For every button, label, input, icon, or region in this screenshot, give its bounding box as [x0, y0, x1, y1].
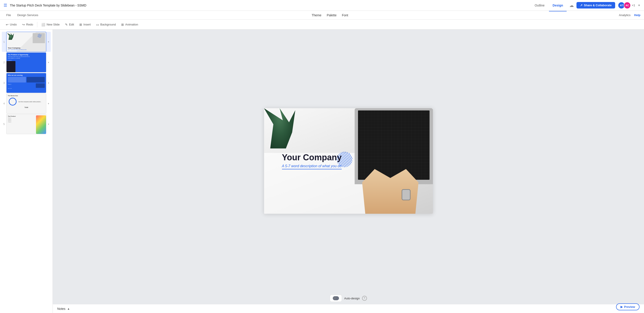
thumb-2-p1: What pain point have you discovered the … — [8, 56, 45, 57]
new-slide-icon: ⬜ — [41, 23, 45, 26]
thumb-3-row2: Point 1 — [8, 84, 45, 88]
auto-design-bar: Off Auto-design ? — [53, 292, 644, 304]
thumb-4-tam: TAM — [8, 106, 45, 108]
slide-thumb-3: Who we are serving Point 1 ship scale — [6, 73, 46, 93]
slide-num-4: 4 — [2, 94, 6, 114]
redo-label: Redo — [26, 23, 33, 26]
undo-icon: ↩ — [6, 23, 8, 26]
slide-description-text[interactable]: A 5-7 word description of what you do — [282, 164, 342, 170]
thumb-5-img — [36, 115, 46, 134]
tab-design[interactable]: Design — [549, 2, 567, 8]
edit-icon: ✎ — [65, 23, 68, 26]
avatar-ac: AC — [624, 2, 631, 9]
slide-laptop-image — [355, 108, 433, 184]
slide-num-5: 5 — [2, 114, 6, 134]
toggle-switch[interactable]: Off — [333, 296, 339, 300]
animation-icon: ⊞ — [121, 23, 124, 26]
thumb-2-title: The Problem & Opportunity — [8, 54, 45, 56]
notes-label[interactable]: Notes — [57, 307, 66, 310]
second-toolbar: File Design Services Theme Palette Font … — [0, 11, 644, 20]
slide-num-2: 2 — [2, 52, 6, 72]
palette-button[interactable]: Palette — [327, 14, 336, 17]
nav-right: ☁ ↗ Share & Collaborate AT AC +1 ▼ — [569, 2, 640, 9]
slide-company-title[interactable]: Your Company — [282, 153, 342, 162]
insert-button[interactable]: ⊞ Insert — [77, 22, 93, 28]
slide-item-3[interactable]: 3 Who we are serving Point 1 ship scale … — [2, 73, 51, 93]
notes-bar: Notes ▲ ▶ Preview — [53, 304, 644, 313]
slide-3-chevron[interactable]: ▾ — [46, 73, 51, 93]
menu-icon[interactable]: ☰ — [4, 3, 7, 8]
slide-text-area: Your Company A 5-7 word description of w… — [282, 153, 342, 170]
edit-button[interactable]: ✎ Edit — [63, 22, 76, 28]
thumb-4-title: The Market Size — [8, 95, 45, 96]
insert-label: Insert — [84, 23, 91, 26]
insert-icon: ⊞ — [80, 23, 82, 26]
share-label: Share & Collaborate — [584, 4, 612, 7]
edit-toolbar: ↩ Undo ↪ Redo ⬜ New Slide ✎ Edit ⊞ Inser… — [0, 20, 644, 30]
animation-button[interactable]: ⊞ Animation — [119, 22, 140, 28]
preview-icon: ▶ — [620, 305, 623, 308]
preview-label: Preview — [624, 305, 635, 308]
slide-item-5[interactable]: 5 The Product • Point 1 • Point 2 • Poin… — [2, 114, 51, 134]
app-title: The Startup Pitch Deck Template by Slide… — [10, 4, 528, 7]
slide-5-chevron[interactable]: ▾ — [46, 114, 51, 134]
cloud-icon[interactable]: ☁ — [569, 3, 574, 8]
share-collaborate-button[interactable]: ↗ Share & Collaborate — [576, 2, 615, 8]
new-slide-label: New Slide — [46, 23, 60, 26]
slide-laptop-screen — [358, 110, 430, 180]
slide-2-chevron[interactable]: ▾ — [46, 52, 51, 72]
undo-button[interactable]: ↩ Undo — [4, 22, 19, 28]
separator-1 — [37, 22, 37, 27]
auto-design-label: Auto-design — [344, 297, 360, 300]
avatar-count: +1 — [632, 4, 635, 7]
slide-thumb-1: Your Company A 5-7 word description of w… — [6, 32, 46, 52]
canvas-area: Your Company A 5-7 word description of w… — [53, 30, 644, 313]
slide-item-1[interactable]: 1 Your Company A 5-7 word description of… — [2, 32, 51, 52]
help-button[interactable]: Help — [634, 14, 640, 17]
design-services-menu[interactable]: Design Services — [14, 12, 41, 18]
main-area: 1 Your Company A 5-7 word description of… — [0, 30, 644, 313]
slide-thumb-5: The Product • Point 1 • Point 2 • Point … — [6, 114, 46, 134]
slide-num-1: 1 — [2, 32, 6, 52]
avatar-group: AT AC +1 — [618, 2, 635, 9]
slide-item-2[interactable]: 2 The Problem & Opportunity What pain po… — [2, 52, 51, 72]
font-button[interactable]: Font — [342, 14, 348, 17]
thumb-2-img — [6, 61, 16, 72]
slides-panel: 1 Your Company A 5-7 word description of… — [0, 30, 53, 313]
redo-icon: ↪ — [22, 23, 25, 26]
thumb-1-subtitle: A 5-7 word description of what you do — [8, 49, 45, 50]
theme-button[interactable]: Theme — [312, 14, 322, 17]
preview-button[interactable]: ▶ Preview — [616, 304, 640, 310]
background-icon: ▭ — [96, 23, 99, 26]
redo-button[interactable]: ↪ Redo — [20, 22, 35, 28]
share-icon: ↗ — [580, 4, 582, 7]
second-bar-center: Theme Palette Font — [41, 14, 619, 17]
slide-watch-image — [402, 189, 410, 200]
nav-tabs: Outline Design — [531, 2, 567, 8]
analytics-button[interactable]: Analytics — [619, 14, 630, 17]
slide-4-chevron[interactable]: ▾ — [46, 94, 51, 114]
auto-design-toggle[interactable]: Off — [330, 295, 342, 302]
background-button[interactable]: ▭ Background — [94, 22, 118, 28]
toggle-label: Off — [333, 297, 336, 300]
thumb-3-row1 — [8, 77, 45, 82]
thumb-1-title: Your Company — [8, 47, 45, 49]
tab-outline[interactable]: Outline — [531, 2, 548, 8]
second-bar-left: File Design Services — [4, 12, 41, 18]
avatar-dropdown-arrow[interactable]: ▼ — [638, 4, 640, 7]
second-bar-right: Analytics Help — [619, 14, 640, 17]
slide-item-4[interactable]: 4 The Market Size Use three companies an… — [2, 94, 51, 114]
thumb-3-title: Who we are serving — [8, 74, 45, 76]
top-nav: ☰ The Startup Pitch Deck Template by Sli… — [0, 0, 644, 11]
canvas-wrapper: Your Company A 5-7 word description of w… — [53, 30, 644, 292]
slide-1-chevron[interactable]: ▾ — [46, 32, 51, 52]
new-slide-button[interactable]: ⬜ New Slide — [39, 22, 62, 28]
background-label: Background — [100, 23, 116, 26]
file-menu[interactable]: File — [4, 12, 14, 18]
auto-design-help-icon[interactable]: ? — [362, 296, 367, 301]
slide-thumb-4: The Market Size Use three companies and/… — [6, 94, 46, 114]
slide-canvas[interactable]: Your Company A 5-7 word description of w… — [264, 108, 433, 214]
slide-thumb-2: The Problem & Opportunity What pain poin… — [6, 52, 46, 72]
animation-label: Animation — [125, 23, 138, 26]
notes-chevron-icon[interactable]: ▲ — [67, 307, 70, 310]
